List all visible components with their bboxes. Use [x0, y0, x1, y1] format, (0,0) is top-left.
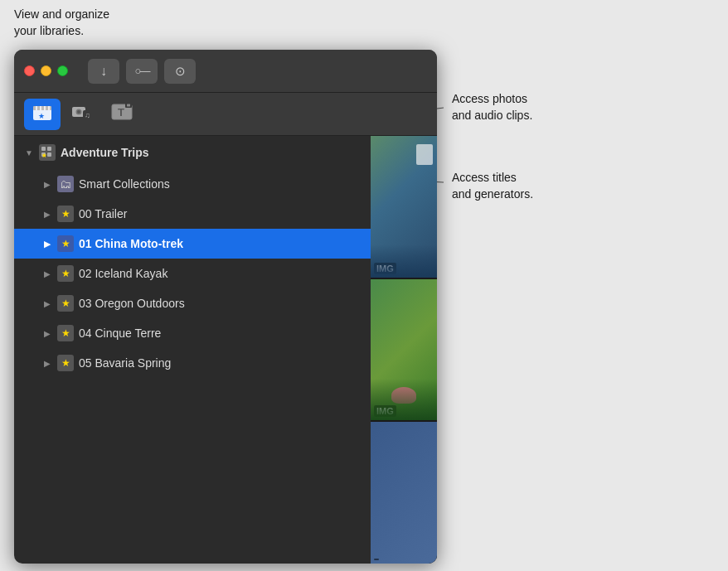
chevron-icon: ▶: [42, 180, 52, 189]
svg-rect-18: [127, 104, 130, 107]
svg-text:★: ★: [38, 112, 45, 120]
maximize-button[interactable]: [57, 65, 68, 76]
app-window: ↓ ○— ⊙: [14, 50, 437, 564]
trailer-label: 00 Trailer: [79, 207, 361, 220]
close-button[interactable]: [24, 65, 35, 76]
preview-thumb-1: IMG: [371, 136, 437, 278]
libraries-toolbar-button[interactable]: ★: [24, 99, 61, 130]
sidebar-item-00-trailer[interactable]: ▶ ★ 00 Trailer: [14, 199, 371, 229]
library-icon: ★: [39, 144, 56, 161]
photos-audio-toolbar-button[interactable]: ♫: [64, 99, 100, 130]
main-content: ▼ ★ Adventure Trips ▶: [14, 136, 437, 564]
preview-panel: IMG IMG: [371, 136, 437, 564]
library-name: Adventure Trips: [61, 146, 361, 159]
iceland-label: 02 Iceland Kayak: [79, 267, 361, 280]
sidebar-item-04-cinque[interactable]: ▶ ★ 04 Cinque Terre: [14, 318, 371, 348]
star-icon-00: ★: [57, 206, 74, 222]
star-icon-01: ★: [57, 235, 74, 252]
toolbar: ★ ♫: [14, 93, 437, 136]
password-button[interactable]: ○—: [126, 59, 158, 84]
preview-thumb-2: IMG: [371, 279, 437, 421]
svg-rect-20: [47, 147, 51, 151]
folder-shape: 🗂: [60, 177, 71, 191]
oregon-label: 03 Oregon Outdoors: [79, 297, 361, 310]
folder-icon: 🗂: [57, 176, 74, 192]
china-label: 01 China Moto-trek: [79, 237, 361, 250]
key-icon: ○—: [135, 65, 149, 77]
svg-rect-19: [41, 147, 46, 151]
svg-rect-22: [47, 152, 51, 157]
preview-label-3: [374, 559, 379, 560]
title-bar: ↓ ○— ⊙: [14, 50, 437, 93]
traffic-lights: [24, 65, 68, 76]
libraries-icon: ★: [32, 103, 52, 125]
smart-collections-label: Smart Collections: [79, 177, 361, 191]
svg-text:T: T: [118, 106, 124, 119]
star-icon-05: ★: [57, 355, 74, 371]
checkmark-icon: ⊙: [175, 64, 186, 79]
sidebar-item-05-bavaria[interactable]: ▶ ★ 05 Bavaria Spring: [14, 348, 371, 378]
titles-toolbar-button[interactable]: T: [104, 99, 140, 130]
sidebar-item-01-china[interactable]: ▶ ★ 01 China Moto-trek: [14, 229, 371, 259]
sidebar-item-03-oregon[interactable]: ▶ ★ 03 Oregon Outdoors: [14, 288, 371, 318]
svg-text:★: ★: [41, 152, 47, 158]
check-button[interactable]: ⊙: [164, 59, 196, 84]
preview-thumb-3: [371, 422, 437, 564]
cinque-label: 04 Cinque Terre: [79, 327, 361, 340]
star-icon-02: ★: [57, 265, 74, 282]
star-icon-04: ★: [57, 325, 74, 341]
title-bar-buttons: ↓ ○— ⊙: [88, 59, 196, 84]
sidebar: ▼ ★ Adventure Trips ▶: [14, 136, 371, 477]
library-chevron-icon: ▼: [24, 148, 34, 157]
titles-icon: T: [111, 102, 133, 126]
play-icon: ▶: [42, 239, 52, 249]
chevron-icon: ▶: [42, 299, 52, 308]
star-icon-03: ★: [57, 295, 74, 312]
import-button[interactable]: ↓: [88, 59, 119, 84]
sidebar-item-smart-collections[interactable]: ▶ 🗂 Smart Collections: [14, 169, 371, 199]
chevron-icon: ▶: [42, 329, 52, 338]
svg-text:♫: ♫: [85, 111, 90, 119]
library-header[interactable]: ▼ ★ Adventure Trips: [14, 136, 371, 169]
chevron-icon: ▶: [42, 269, 52, 278]
import-icon: ↓: [100, 64, 107, 79]
tooltip-libraries: View and organizeyour libraries.: [14, 7, 216, 39]
chevron-icon: ▶: [42, 359, 52, 368]
photos-audio-icon: ♫: [71, 102, 93, 126]
tooltip-titles-generators: Access titlesand generators.: [452, 170, 618, 202]
tooltip-photos-audio: Access photosand audio clips.: [452, 91, 618, 123]
sidebar-item-02-iceland[interactable]: ▶ ★ 02 Iceland Kayak: [14, 259, 371, 288]
bavaria-label: 05 Bavaria Spring: [79, 356, 361, 370]
chevron-icon: ▶: [42, 210, 52, 219]
svg-point-11: [77, 110, 80, 114]
minimize-button[interactable]: [41, 65, 51, 76]
